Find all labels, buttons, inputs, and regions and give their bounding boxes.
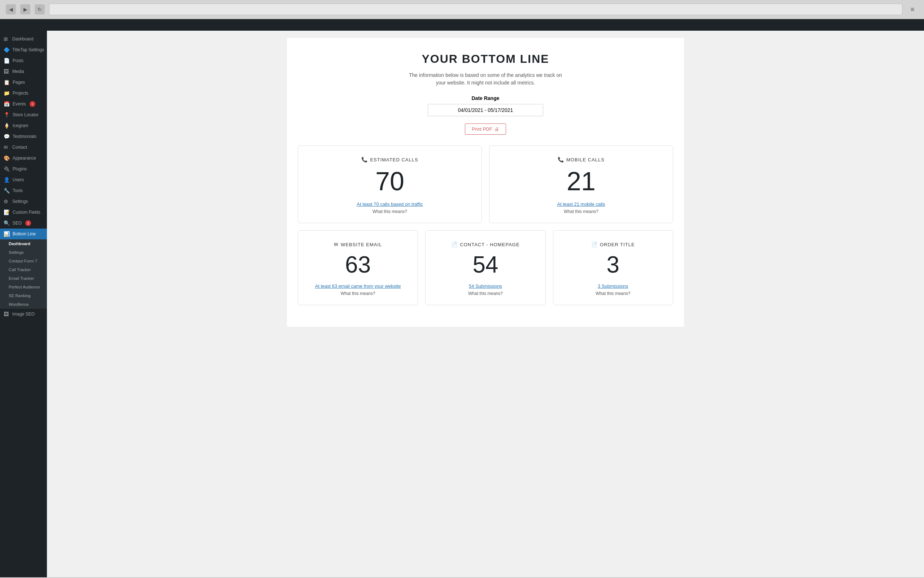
submenu-item-wordfence[interactable]: Wordfence (0, 300, 47, 308)
card-number-contact-homepage: 54 (433, 253, 538, 276)
sidebar-item-titletap[interactable]: 🔷 TitleTap Settings (0, 44, 47, 55)
sidebar-item-media[interactable]: 🖼 Media (0, 66, 47, 77)
sidebar-item-users[interactable]: 👤 Users (0, 174, 47, 185)
sidebar-item-dashboard[interactable]: ⊞ Dashboard (0, 34, 47, 44)
dashboard-icon: ⊞ (3, 36, 10, 42)
card-contact-homepage: 📄 CONTACT - HOMEPAGE 54 54 Submissions W… (425, 231, 545, 305)
settings-icon: ⚙ (3, 198, 10, 205)
date-range-label: Date Range (298, 95, 673, 101)
sidebar-item-bottom-line[interactable]: 📊 Bottom Line (0, 229, 47, 239)
date-range-input[interactable] (428, 104, 543, 116)
card-number-order-title: 3 (561, 253, 666, 276)
url-bar[interactable] (49, 3, 902, 15)
card-order-title: 📄 ORDER TITLE 3 3 Submissions What this … (553, 231, 673, 305)
email-icon: ✉ (334, 242, 339, 247)
print-icon: 🖨 (494, 127, 499, 132)
sidebar-item-contact[interactable]: ✉ Contact (0, 142, 47, 153)
image-seo-icon: 🖼 (3, 311, 10, 317)
titletap-icon: 🔷 (3, 47, 10, 53)
wp-topbar (0, 19, 924, 31)
print-pdf-button[interactable]: Print PDF 🖨 (465, 123, 506, 135)
card-mobile-calls: 📞 MOBILE CALLS 21 At least 21 mobile cal… (489, 146, 673, 223)
card-what-estimated-calls[interactable]: What this means? (305, 209, 474, 214)
events-icon: 📅 (3, 101, 10, 107)
appearance-icon: 🎨 (3, 155, 10, 161)
wp-admin: ⊞ Dashboard 🔷 TitleTap Settings 📄 Posts … (0, 19, 924, 577)
card-link-website-email[interactable]: At least 63 email came from your website (305, 283, 410, 289)
tools-icon: 🔧 (3, 188, 10, 193)
card-what-website-email[interactable]: What this means? (305, 291, 410, 296)
card-what-contact-homepage[interactable]: What this means? (433, 291, 538, 296)
media-icon: 🖼 (3, 68, 10, 75)
card-estimated-calls: 📞 ESTIMATED CALLS 70 At least 70 calls b… (298, 146, 482, 223)
card-number-mobile-calls: 21 (497, 168, 666, 194)
submenu-item-email-tracker[interactable]: Email Tracker (0, 274, 47, 283)
cards-row-2: ✉ WEBSITE EMAIL 63 At least 63 email cam… (298, 231, 673, 305)
phone-icon-estimated: 📞 (361, 157, 368, 162)
card-label-contact-homepage: 📄 CONTACT - HOMEPAGE (433, 242, 538, 247)
card-label-estimated-calls: 📞 ESTIMATED CALLS (305, 157, 474, 162)
submenu-item-dashboard[interactable]: Dashboard (0, 239, 47, 248)
sidebar-submenu-bottom-line: Dashboard Settings Contact Form 7 Call T… (0, 239, 47, 308)
card-what-mobile-calls[interactable]: What this means? (497, 209, 666, 214)
sidebar-item-tools[interactable]: 🔧 Tools (0, 185, 47, 196)
testimonials-icon: 💬 (3, 133, 10, 140)
events-badge: 1 (29, 101, 36, 107)
submenu-item-se-ranking[interactable]: SE Ranking (0, 291, 47, 300)
card-number-estimated-calls: 70 (305, 168, 474, 194)
sidebar-item-image-seo[interactable]: 🖼 Image SEO (0, 308, 47, 320)
sidebar-item-store-locator[interactable]: 📍 Store Locator (0, 109, 47, 120)
back-button[interactable]: ◀ (6, 4, 16, 15)
sidebar-item-plugins[interactable]: 🔌 Plugins (0, 164, 47, 174)
sidebar-item-icegram[interactable]: 🍦 Icegram (0, 120, 47, 131)
card-link-order-title[interactable]: 3 Submissions (561, 283, 666, 289)
submenu-item-call-tracker[interactable]: Call Tracker (0, 265, 47, 274)
wp-body: ⊞ Dashboard 🔷 TitleTap Settings 📄 Posts … (0, 31, 924, 577)
card-link-mobile-calls[interactable]: At least 21 mobile calls (497, 201, 666, 207)
submenu-item-settings[interactable]: Settings (0, 248, 47, 257)
plugins-icon: 🔌 (3, 166, 10, 172)
sidebar-item-seo[interactable]: 🔍 SEO 2 (0, 218, 47, 229)
sidebar-item-events[interactable]: 📅 Events 1 (0, 99, 47, 109)
card-label-mobile-calls: 📞 MOBILE CALLS (497, 157, 666, 162)
submenu-item-perfect-audience[interactable]: Perfect Audience (0, 283, 47, 291)
submenu-item-contact-form[interactable]: Contact Form 7 (0, 257, 47, 265)
forward-button[interactable]: ▶ (20, 4, 30, 15)
wp-main: YOUR BOTTOM LINE The information below i… (47, 31, 924, 577)
card-what-order-title[interactable]: What this means? (561, 291, 666, 296)
sidebar-item-posts[interactable]: 📄 Posts (0, 55, 47, 66)
card-label-order-title: 📄 ORDER TITLE (561, 242, 666, 247)
custom-fields-icon: 📝 (3, 209, 10, 215)
form-icon-contact: 📄 (451, 242, 458, 247)
seo-badge: 2 (25, 220, 31, 226)
cards-row-1: 📞 ESTIMATED CALLS 70 At least 70 calls b… (298, 146, 673, 223)
icegram-icon: 🍦 (3, 123, 10, 128)
sidebar-item-projects[interactable]: 📁 Projects (0, 88, 47, 99)
card-number-website-email: 63 (305, 253, 410, 276)
page-title: YOUR BOTTOM LINE (298, 52, 673, 66)
bottom-line-icon: 📊 (3, 231, 10, 237)
sidebar-item-testimonials[interactable]: 💬 Testimonials (0, 131, 47, 142)
contact-icon: ✉ (3, 144, 10, 150)
card-link-contact-homepage[interactable]: 54 Submissions (433, 283, 538, 289)
wp-sidebar: ⊞ Dashboard 🔷 TitleTap Settings 📄 Posts … (0, 31, 47, 577)
pages-icon: 📋 (3, 80, 10, 85)
sidebar-item-custom-fields[interactable]: 📝 Custom Fields (0, 207, 47, 218)
posts-icon: 📄 (3, 58, 10, 63)
browser-menu-button[interactable]: ≡ (907, 4, 918, 15)
phone-icon-mobile: 📞 (558, 157, 564, 162)
page-subtitle: The information below is based on some o… (298, 71, 673, 87)
form-icon-order: 📄 (591, 242, 598, 247)
users-icon: 👤 (3, 177, 10, 183)
card-link-estimated-calls[interactable]: At least 70 calls based on traffic (305, 201, 474, 207)
refresh-button[interactable]: ↻ (35, 4, 45, 15)
bottom-line-page: YOUR BOTTOM LINE The information below i… (287, 38, 684, 327)
store-locator-icon: 📍 (3, 112, 10, 118)
sidebar-item-pages[interactable]: 📋 Pages (0, 77, 47, 88)
card-website-email: ✉ WEBSITE EMAIL 63 At least 63 email cam… (298, 231, 418, 305)
sidebar-item-settings[interactable]: ⚙ Settings (0, 196, 47, 207)
sidebar-item-appearance[interactable]: 🎨 Appearance (0, 153, 47, 164)
card-label-website-email: ✉ WEBSITE EMAIL (305, 242, 410, 247)
browser-chrome: ◀ ▶ ↻ ≡ (0, 0, 924, 19)
projects-icon: 📁 (3, 90, 10, 96)
